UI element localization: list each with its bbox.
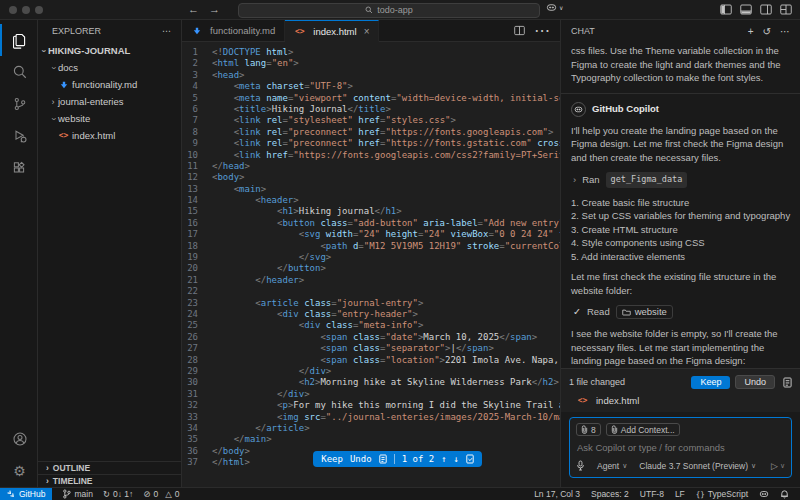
undo-change-button[interactable]: Undo [350, 454, 372, 464]
command-center-search[interactable]: todo-app [238, 3, 540, 18]
code-line[interactable]: 17 <svg width="24" height="24" viewBox="… [182, 229, 560, 240]
code-line[interactable]: 29 </div> [182, 366, 560, 377]
run-debug-icon[interactable] [0, 120, 38, 152]
mode-picker[interactable]: Agent ∨ [597, 461, 627, 471]
tree-item-functionality-md[interactable]: functionality.md [38, 76, 181, 93]
changed-file-row[interactable]: <> index.html [577, 395, 792, 406]
close-window-icon[interactable] [9, 6, 17, 14]
next-change-icon[interactable]: ↓ [454, 454, 459, 464]
tree-item-website[interactable]: › website [38, 110, 181, 127]
tool-read-row[interactable]: ✓ Read website [573, 305, 790, 319]
tree-item-docs[interactable]: › docs [38, 59, 181, 76]
indentation-indicator[interactable]: Spaces: 2 [591, 489, 629, 499]
accept-file-icon[interactable] [466, 454, 474, 464]
code-line[interactable]: 14 <header> [182, 195, 560, 206]
model-picker[interactable]: Claude 3.7 Sonnet (Preview) ∨ [639, 461, 756, 471]
toggle-panel-icon[interactable] [740, 4, 752, 15]
outline-section[interactable]: › OUTLINE [38, 461, 181, 474]
settings-gear-icon[interactable]: ⚙ [0, 455, 38, 487]
send-button[interactable]: ▷ ∨ [771, 461, 785, 471]
minimize-window-icon[interactable] [22, 6, 30, 14]
explorer-icon[interactable] [0, 24, 38, 56]
undo-all-button[interactable]: Undo [735, 375, 775, 389]
code-line[interactable]: 10 <link href="https://fonts.googleapis.… [182, 150, 560, 161]
attachments-chip[interactable]: 8 [576, 423, 601, 436]
tool-run-row[interactable]: › Ran get_Figma_data [573, 172, 790, 188]
code-line[interactable]: 32 <p>For my hike this morning I did the… [182, 400, 560, 411]
code-line[interactable]: 31 </div> [182, 389, 560, 400]
code-line[interactable]: 6 <title>Hiking Journal</title> [182, 104, 560, 115]
code-line[interactable]: 34 </article> [182, 423, 560, 434]
problems-indicator[interactable]: ⊘ 0 △ 0 [143, 489, 179, 499]
new-chat-icon[interactable]: + [748, 26, 754, 37]
keep-change-button[interactable]: Keep [321, 454, 343, 464]
code-line[interactable]: 20 </button> [182, 263, 560, 274]
sync-indicator[interactable]: ↻ 0↓ 1↑ [103, 489, 133, 499]
chat-input-placeholder[interactable]: Ask Copilot or type / for commands [577, 442, 785, 453]
eol-indicator[interactable]: LF [675, 489, 685, 499]
tab-index-html[interactable]: <> index.html × [285, 20, 379, 42]
code-line[interactable]: 8 <link rel="preconnect" href="https://f… [182, 127, 560, 138]
copilot-status[interactable] [759, 490, 769, 498]
remote-indicator[interactable]: GitHub [0, 488, 52, 500]
navigate-back-button[interactable]: ← [188, 3, 199, 15]
cursor-position[interactable]: Ln 17, Col 3 [534, 489, 580, 499]
customize-layout-icon[interactable] [780, 4, 792, 15]
code-line[interactable]: 27 <span class="separator">|</span> [182, 343, 560, 354]
copilot-menu-button[interactable]: ∨ [546, 3, 563, 12]
code-line[interactable]: 28 <span class="location">2201 Imola Ave… [182, 355, 560, 366]
chat-input-box[interactable]: 8 Add Context... Ask Copilot or type / f… [569, 417, 792, 478]
code-editor[interactable]: 1<!DOCTYPE html>2<html lang="en">3<head>… [182, 42, 560, 487]
search-view-icon[interactable] [0, 56, 38, 88]
code-line[interactable]: 11</head> [182, 161, 560, 172]
source-control-icon[interactable] [0, 88, 38, 120]
code-line[interactable]: 23 <article class="journal-entry"> [182, 298, 560, 309]
tree-item-journal-enteries[interactable]: › journal-enteries [38, 93, 181, 110]
code-line[interactable]: 25 <div class="meta-info"> [182, 320, 560, 331]
code-line[interactable]: 19 </svg> [182, 252, 560, 263]
explorer-more-actions-icon[interactable]: ⋯ [162, 26, 171, 36]
code-line[interactable]: 30 <h2>Morning hike at Skyline Wildernes… [182, 377, 560, 388]
language-indicator[interactable]: {} TypeScript [696, 489, 748, 499]
notifications-bell[interactable] [780, 489, 789, 499]
code-line[interactable]: 21 </header> [182, 275, 560, 286]
extensions-icon[interactable] [0, 152, 38, 184]
chat-messages[interactable]: css files. Use the Theme variable collec… [561, 42, 800, 368]
account-icon[interactable] [0, 423, 38, 455]
split-editor-icon[interactable] [514, 25, 525, 36]
branch-indicator[interactable]: main [62, 489, 92, 499]
code-line[interactable]: 13 <main> [182, 184, 560, 195]
code-line[interactable]: 15 <h1>Hiking journal</h1> [182, 206, 560, 217]
code-line[interactable]: 3<head> [182, 70, 560, 81]
toggle-primary-sidebar-icon[interactable] [720, 4, 732, 15]
keep-all-button[interactable]: Keep [691, 376, 730, 389]
code-line[interactable]: 7 <link rel="stylesheet" href="styles.cs… [182, 115, 560, 126]
tree-item-root[interactable]: › HIKING-JOURNAL [38, 42, 181, 59]
code-line[interactable]: 1<!DOCTYPE html> [182, 47, 560, 58]
microphone-icon[interactable] [576, 460, 585, 471]
editor-more-actions-icon[interactable]: ⋯ [534, 21, 550, 40]
add-context-chip[interactable]: Add Context... [606, 423, 680, 436]
maximize-window-icon[interactable] [35, 6, 43, 14]
view-all-edits-icon[interactable] [783, 377, 792, 388]
code-line[interactable]: 16 <button class="add-button" aria-label… [182, 218, 560, 229]
code-line[interactable]: 18 <path d="M12 5V19M5 12H19" stroke="cu… [182, 241, 560, 252]
encoding-indicator[interactable]: UTF-8 [640, 489, 664, 499]
view-changes-icon[interactable] [379, 454, 387, 464]
code-line[interactable]: 5 <meta name="viewport" content="width=d… [182, 93, 560, 104]
tree-item-index-html[interactable]: <> index.html [38, 127, 181, 144]
close-tab-icon[interactable]: × [364, 26, 370, 37]
code-line[interactable]: 24 <div class="entry-header"> [182, 309, 560, 320]
code-line[interactable]: 33 <img src="../journal-enteries/images/… [182, 412, 560, 423]
timeline-section[interactable]: › TIMELINE [38, 474, 181, 487]
chat-more-actions-icon[interactable]: ⋯ [780, 26, 790, 37]
code-line[interactable]: 26 <span class="date">March 10, 2025</sp… [182, 332, 560, 343]
code-line[interactable]: 12<body> [182, 172, 560, 183]
tab-functionality-md[interactable]: functionality.md [182, 20, 285, 41]
code-line[interactable]: 2<html lang="en"> [182, 58, 560, 69]
chat-history-icon[interactable]: ↺ [763, 26, 771, 37]
code-line[interactable]: 9 <link rel="preconnect" href="https://f… [182, 138, 560, 149]
code-line[interactable]: 22 [182, 286, 560, 297]
toggle-secondary-sidebar-icon[interactable] [760, 4, 772, 15]
code-line[interactable]: 35 </main> [182, 434, 560, 445]
